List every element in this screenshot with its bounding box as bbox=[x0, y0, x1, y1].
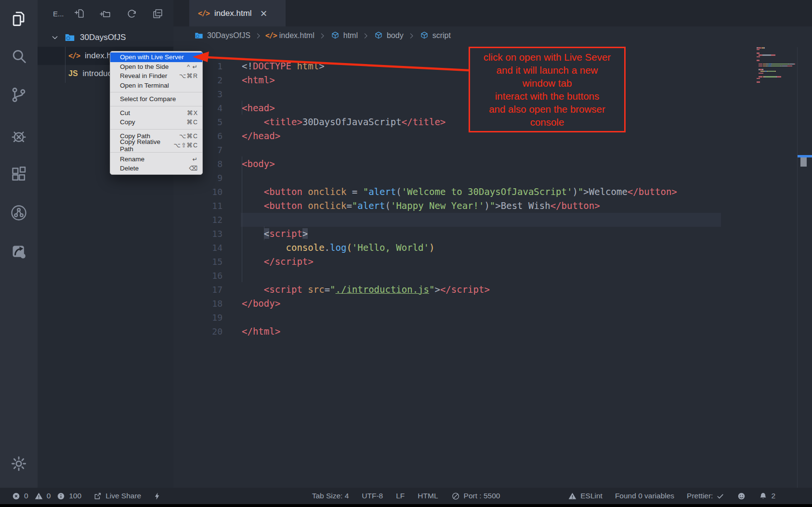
warning-icon bbox=[568, 492, 577, 501]
chevron-right-icon bbox=[408, 32, 415, 39]
tab-bar: </> index.html × bbox=[173, 0, 812, 26]
activity-item-run-debug[interactable] bbox=[9, 127, 28, 146]
html-file-icon: </> bbox=[266, 31, 276, 40]
breadcrumb-item-html[interactable]: html bbox=[330, 31, 358, 40]
slash-circle-icon bbox=[451, 492, 460, 501]
menu-item-delete[interactable]: Delete⌫ bbox=[110, 164, 202, 173]
chevron-right-icon bbox=[319, 32, 326, 39]
status-item-prettier[interactable]: Prettier: bbox=[687, 492, 724, 500]
status-item-100[interactable]: 100 bbox=[56, 492, 81, 501]
html-file-icon: </> bbox=[198, 9, 210, 18]
status-item-0[interactable]: 0 bbox=[12, 492, 28, 501]
refresh-icon[interactable] bbox=[126, 8, 138, 20]
tab-close-icon[interactable]: × bbox=[261, 8, 267, 19]
new-folder-icon[interactable] bbox=[100, 8, 112, 20]
breadcrumb-item-index-html[interactable]: </>index.html bbox=[266, 31, 314, 40]
menu-item-cut[interactable]: Cut⌘X bbox=[110, 108, 202, 118]
status-left: 00100Live Share bbox=[12, 488, 162, 504]
tree-item-30daysofjs[interactable]: 30DaysOfJS bbox=[38, 28, 173, 47]
status-item-utf-8[interactable]: UTF-8 bbox=[362, 492, 383, 500]
status-item-0[interactable]: 0 bbox=[34, 492, 51, 501]
menu-item-open-with-live-server[interactable]: Open with Live Server bbox=[110, 52, 202, 62]
status-bar: 00100Live Share Tab Size: 4UTF-8LFHTMLPo… bbox=[0, 488, 812, 504]
error-icon bbox=[12, 492, 21, 501]
menu-item-copy[interactable]: Copy⌘C bbox=[110, 117, 202, 127]
activity-item-search[interactable] bbox=[9, 47, 28, 66]
folder-icon bbox=[194, 31, 204, 40]
menu-separator bbox=[110, 92, 202, 92]
menu-item-select-for-compare[interactable]: Select for Compare bbox=[110, 94, 202, 104]
activity-item-share[interactable] bbox=[9, 242, 28, 261]
breadcrumb: 30DaysOfJS</>index.htmlhtmlbodyscript bbox=[173, 26, 812, 45]
collapse-all-icon[interactable] bbox=[152, 8, 164, 20]
tree-indent-guide bbox=[65, 47, 65, 83]
chevron-right-icon bbox=[362, 32, 369, 39]
code-line-20[interactable]: 20</html> bbox=[173, 311, 812, 325]
activity-item-source-control[interactable] bbox=[9, 85, 28, 104]
cube-icon bbox=[419, 31, 429, 40]
smiley-icon bbox=[737, 492, 746, 501]
cube-icon bbox=[374, 31, 383, 40]
vscode-window: E... 30DaysOfJS </>index.html JSintroduc… bbox=[0, 0, 812, 507]
overview-ruler-border bbox=[797, 47, 798, 488]
tab-index-html[interactable]: </> index.html × bbox=[189, 0, 286, 26]
status-item-bolt[interactable] bbox=[153, 492, 162, 501]
annotation-text: click on open with Live Sever bbox=[470, 51, 624, 64]
menu-item-open-in-terminal[interactable]: Open in Terminal bbox=[110, 81, 202, 91]
new-file-icon[interactable] bbox=[74, 8, 86, 20]
chevron-down-icon bbox=[50, 33, 60, 42]
menu-item-copy-relative-path[interactable]: Copy Relative Path⌥⇧⌘C bbox=[110, 141, 202, 150]
status-item-eslint[interactable]: ESLint bbox=[568, 492, 602, 501]
annotation-text: and it will launch a new bbox=[470, 64, 624, 77]
status-item-found-0-variables[interactable]: Found 0 variables bbox=[615, 492, 674, 500]
breadcrumb-item-script[interactable]: script bbox=[419, 31, 451, 40]
status-item-tab-size-4[interactable]: Tab Size: 4 bbox=[312, 492, 349, 500]
menu-item-reveal-in-finder[interactable]: Reveal in Finder⌥⌘R bbox=[110, 71, 202, 81]
folder-icon bbox=[64, 32, 76, 43]
export-icon bbox=[93, 492, 102, 501]
menu-item-open-to-the-side[interactable]: Open to the Side^ ↵ bbox=[110, 62, 202, 72]
tab-label: index.html bbox=[214, 9, 251, 18]
annotation-box: click on open with Live Severand it will… bbox=[469, 47, 626, 132]
breadcrumb-item-body[interactable]: body bbox=[374, 31, 404, 40]
activity-item-extensions[interactable] bbox=[9, 165, 28, 184]
tree-folder-label: 30DaysOfJS bbox=[80, 33, 126, 42]
cube-icon bbox=[330, 31, 340, 40]
context-menu: Open with Live Server Open to the Side^ … bbox=[110, 51, 203, 175]
status-item-html[interactable]: HTML bbox=[418, 492, 438, 500]
status-item-port-5500[interactable]: Port : 5500 bbox=[451, 492, 500, 501]
minimap[interactable] bbox=[757, 47, 795, 129]
activity-item-explorer[interactable] bbox=[9, 10, 28, 29]
status-right: ESLintFound 0 variablesPrettier:2 bbox=[568, 488, 775, 504]
activity-item-settings-gear[interactable] bbox=[9, 454, 28, 473]
annotation-text: window tab bbox=[470, 77, 624, 90]
menu-separator bbox=[110, 106, 202, 106]
code-line-8[interactable]: 8<body> bbox=[173, 143, 812, 157]
status-item-live-share[interactable]: Live Share bbox=[93, 492, 141, 501]
bell-icon bbox=[759, 492, 768, 501]
menu-separator bbox=[110, 129, 202, 130]
status-item-smiley[interactable] bbox=[737, 492, 746, 501]
breadcrumb-item-30daysofjs[interactable]: 30DaysOfJS bbox=[194, 31, 250, 40]
annotation-text: interact with the buttons bbox=[470, 90, 624, 103]
annotation-text: console bbox=[470, 116, 624, 129]
code-line-10[interactable]: 10 <button onclick = "alert('Welcome to … bbox=[173, 171, 812, 185]
scrollbar-thumb[interactable] bbox=[800, 157, 807, 167]
chevron-right-icon bbox=[255, 32, 262, 39]
check-icon bbox=[716, 492, 724, 500]
status-item-2[interactable]: 2 bbox=[759, 492, 775, 501]
menu-item-rename[interactable]: Rename↵ bbox=[110, 155, 202, 164]
activity-item-live-share[interactable] bbox=[9, 203, 28, 222]
explorer-actions bbox=[74, 8, 164, 20]
warning-icon bbox=[34, 492, 43, 501]
status-center: Tab Size: 4UTF-8LFHTMLPort : 5500 bbox=[312, 488, 500, 504]
html-file-icon: </> bbox=[68, 52, 80, 60]
code-line-17[interactable]: 17 <script src="./introduction.js"></scr… bbox=[173, 269, 812, 283]
js-file-icon: JS bbox=[68, 69, 78, 78]
info-icon bbox=[56, 492, 65, 501]
explorer-title: E... bbox=[53, 10, 64, 18]
bolt-icon bbox=[153, 492, 162, 501]
status-item-lf[interactable]: LF bbox=[396, 492, 405, 500]
code-line-13[interactable]: 13 <script> bbox=[173, 213, 812, 227]
window-bottom-edge bbox=[0, 504, 812, 507]
